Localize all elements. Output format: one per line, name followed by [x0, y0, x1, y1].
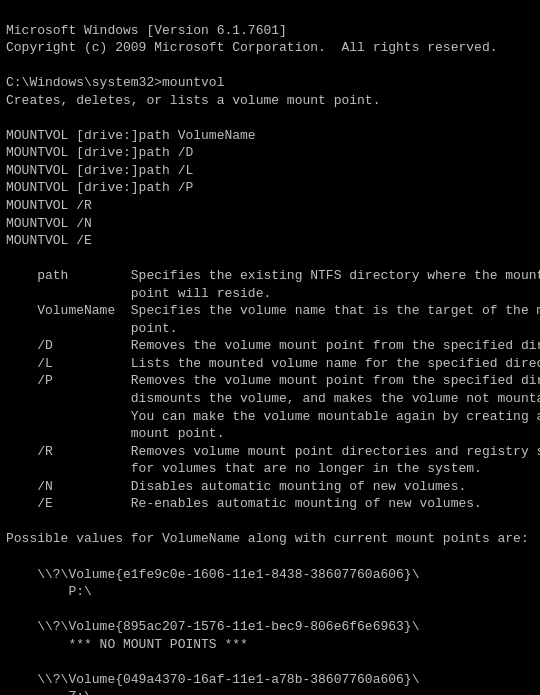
- terminal-line: /N Disables automatic mounting of new vo…: [6, 478, 534, 496]
- terminal-line: [6, 250, 534, 268]
- terminal-window: Microsoft Windows [Version 6.1.7601]Copy…: [0, 0, 540, 695]
- terminal-line: dismounts the volume, and makes the volu…: [6, 390, 534, 408]
- terminal-line: Z:\: [6, 688, 534, 695]
- terminal-line: Creates, deletes, or lists a volume moun…: [6, 92, 534, 110]
- terminal-line: /L Lists the mounted volume name for the…: [6, 355, 534, 373]
- terminal-line: /D Removes the volume mount point from t…: [6, 337, 534, 355]
- terminal-line: MOUNTVOL [drive:]path /D: [6, 144, 534, 162]
- terminal-line: point will reside.: [6, 285, 534, 303]
- terminal-line: /R Removes volume mount point directorie…: [6, 443, 534, 461]
- terminal-line: point.: [6, 320, 534, 338]
- terminal-line: MOUNTVOL /E: [6, 232, 534, 250]
- terminal-line: MOUNTVOL /R: [6, 197, 534, 215]
- terminal-line: MOUNTVOL [drive:]path VolumeName: [6, 127, 534, 145]
- terminal-line: *** NO MOUNT POINTS ***: [6, 636, 534, 654]
- terminal-line: Copyright (c) 2009 Microsoft Corporation…: [6, 39, 534, 57]
- terminal-line: [6, 601, 534, 619]
- terminal-line: [6, 57, 534, 75]
- terminal-line: \\?\Volume{895ac207-1576-11e1-bec9-806e6…: [6, 618, 534, 636]
- terminal-line: \\?\Volume{049a4370-16af-11e1-a78b-38607…: [6, 671, 534, 689]
- terminal-line: /E Re-enables automatic mounting of new …: [6, 495, 534, 513]
- terminal-line: MOUNTVOL [drive:]path /P: [6, 179, 534, 197]
- terminal-line: [6, 653, 534, 671]
- terminal-line: for volumes that are no longer in the sy…: [6, 460, 534, 478]
- terminal-line: P:\: [6, 583, 534, 601]
- terminal-line: mount point.: [6, 425, 534, 443]
- terminal-line: [6, 513, 534, 531]
- terminal-line: VolumeName Specifies the volume name tha…: [6, 302, 534, 320]
- terminal-line: [6, 109, 534, 127]
- terminal-line: MOUNTVOL /N: [6, 215, 534, 233]
- terminal-line: C:\Windows\system32>mountvol: [6, 74, 534, 92]
- terminal-line: MOUNTVOL [drive:]path /L: [6, 162, 534, 180]
- terminal-line: /P Removes the volume mount point from t…: [6, 372, 534, 390]
- terminal-line: You can make the volume mountable again …: [6, 408, 534, 426]
- terminal-line: [6, 548, 534, 566]
- terminal-line: Microsoft Windows [Version 6.1.7601]: [6, 22, 534, 40]
- terminal-line: \\?\Volume{e1fe9c0e-1606-11e1-8438-38607…: [6, 566, 534, 584]
- terminal-line: Possible values for VolumeName along wit…: [6, 530, 534, 548]
- terminal-line: path Specifies the existing NTFS directo…: [6, 267, 534, 285]
